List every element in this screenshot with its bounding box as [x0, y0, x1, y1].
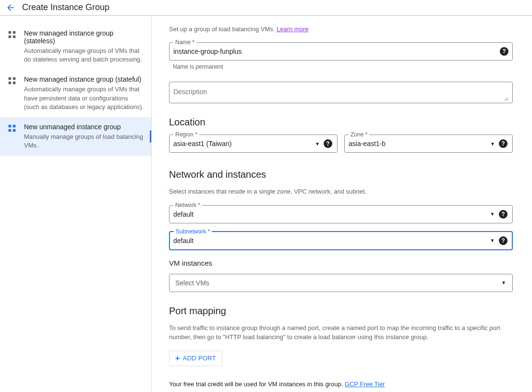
learn-more-link[interactable]: Learn more: [277, 25, 308, 33]
help-icon[interactable]: ?: [500, 47, 508, 56]
help-icon[interactable]: ?: [499, 139, 508, 148]
sidebar-item-desc: Automatically manage groups of VMs that …: [24, 85, 145, 111]
add-port-button[interactable]: + ADD PORT: [169, 351, 222, 366]
sidebar-item-stateful[interactable]: New managed instance group (stateful) Au…: [0, 70, 151, 117]
port-mapping-heading: Port mapping: [169, 306, 513, 317]
name-input[interactable]: [173, 43, 500, 60]
region-select[interactable]: Region * asia-east1 (Taiwan) ▼ ?: [169, 135, 338, 153]
subnetwork-select[interactable]: Subnetwork * default ▼ ?: [169, 231, 513, 250]
chevron-down-icon: ▼: [501, 280, 507, 285]
vm-instances-heading: VM instances: [169, 259, 513, 267]
name-label: Name *: [173, 39, 196, 46]
help-icon[interactable]: ?: [499, 210, 508, 219]
back-arrow-icon[interactable]: [6, 3, 15, 12]
subnetwork-label: Subnetwork *: [174, 228, 212, 235]
vm-instances-select[interactable]: Select VMs ▼: [169, 274, 513, 292]
plus-icon: +: [175, 354, 180, 363]
location-heading: Location: [169, 117, 513, 128]
network-label: Network *: [173, 202, 202, 208]
footer-note: Your free trial credit will be used for …: [169, 380, 513, 388]
sidebar-item-desc: Manually manage groups of load balancing…: [24, 133, 145, 150]
network-value: default: [173, 206, 486, 223]
network-heading: Network and instances: [169, 169, 513, 180]
chevron-down-icon: ▼: [315, 141, 320, 147]
description-input[interactable]: [173, 82, 508, 101]
help-icon[interactable]: ?: [499, 236, 508, 245]
instance-group-icon: [7, 29, 17, 40]
subnetwork-value: default: [173, 232, 486, 249]
gcp-free-tier-link[interactable]: GCP Free Tier: [345, 380, 385, 388]
sidebar: New managed instance group (stateless) A…: [0, 16, 152, 392]
sidebar-item-title: New managed instance group (stateful): [24, 75, 145, 83]
sidebar-item-title: New managed instance group (stateless): [24, 29, 145, 45]
vm-instances-placeholder: Select VMs: [175, 279, 209, 287]
zone-select[interactable]: Zone * asia-east1-b ▼ ?: [344, 135, 513, 153]
network-desc: Select instances that reside in a single…: [169, 187, 513, 196]
sidebar-item-unmanaged[interactable]: New unmanaged instance group Manually ma…: [0, 117, 151, 156]
sidebar-item-title: New unmanaged instance group: [24, 123, 145, 131]
description-field[interactable]: [169, 82, 513, 103]
port-mapping-desc: To send traffic to instance group throug…: [169, 323, 513, 342]
instance-group-icon: [7, 75, 17, 86]
help-icon[interactable]: ?: [324, 139, 332, 148]
instance-group-icon: [7, 123, 17, 134]
chevron-down-icon: ▼: [490, 211, 495, 217]
sidebar-item-stateless[interactable]: New managed instance group (stateless) A…: [0, 24, 151, 70]
zone-label: Zone *: [349, 131, 369, 138]
region-label: Region *: [173, 131, 199, 138]
name-hint: Name is permanent: [173, 63, 513, 70]
chevron-down-icon: ▼: [490, 238, 495, 243]
intro-text: Set up a group of load balancing VMs. Le…: [169, 25, 513, 33]
network-select[interactable]: Network * default ▼ ?: [169, 205, 513, 223]
name-field[interactable]: Name * ?: [169, 42, 513, 61]
chevron-down-icon: ▼: [490, 141, 495, 147]
sidebar-item-desc: Automatically manage groups of VMs that …: [24, 47, 145, 64]
page-title: Create Instance Group: [22, 2, 109, 12]
